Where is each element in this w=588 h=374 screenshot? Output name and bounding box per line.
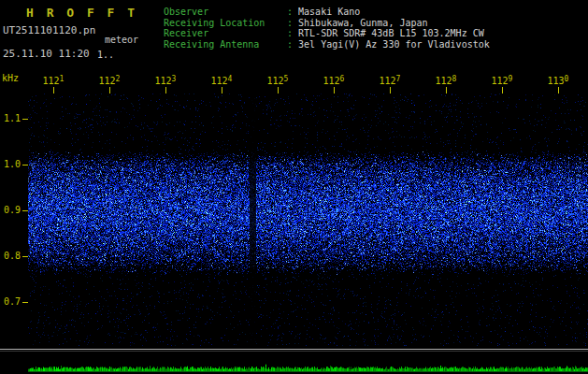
time-tick-label: 1130 [548,75,569,86]
info-colon: : [287,28,298,38]
info-label: Observer [164,7,287,18]
time-tick-mark [53,87,54,94]
info-value: RTL-SDR SDR# 43dB L15 103.2MHz CW [298,28,484,38]
freq-axis-unit: kHz [2,73,19,83]
freq-tick-label: 0.9 [4,205,21,215]
freq-tick-label: 1.1 [4,113,21,123]
time-tick-label: 1129 [492,75,513,86]
time-tick-mark [109,87,110,94]
spectrogram-canvas [28,94,588,346]
datetime-label: 25.11.10 11:20 [3,48,90,60]
time-tick-mark [446,87,447,94]
info-colon: : [287,18,298,28]
info-value: 3el Yagi(V) Az 330 for Vladivostok [298,39,490,50]
info-label: Receiver [164,28,287,39]
info-value: Masaki Kano [298,7,360,17]
file-counter: 1.. [97,50,114,60]
time-tick-label: 1126 [323,75,345,86]
station-info-row: Receiving Location: Shibukawa, Gunma, Ja… [164,18,490,29]
info-value: Shibukawa, Gunma, Japan [298,18,427,28]
info-colon: : [287,39,298,50]
time-tick-mark [558,87,559,94]
freq-tick-label: 0.8 [4,251,21,261]
time-tick-label: 1122 [99,75,121,86]
signal-level-canvas [0,348,588,374]
time-tick-label: 1125 [267,75,289,86]
time-tick-mark [502,87,503,94]
station-info-block: Observer: Masaki KanoReceiving Location:… [164,7,490,50]
info-colon: : [287,7,298,17]
time-tick-mark [165,87,166,94]
time-tick-label: 1127 [380,75,401,86]
hrofft-screen: H R O F F T UT2511101120.pn meteor 25.11… [0,0,588,374]
time-tick-mark [278,87,279,94]
time-tick-label: 1121 [43,75,65,86]
station-info-row: Receiving Antenna: 3el Yagi(V) Az 330 fo… [164,39,490,50]
time-tick-label: 1124 [211,75,233,86]
station-info-row: Receiver: RTL-SDR SDR# 43dB L15 103.2MHz… [164,28,490,39]
info-label: Receiving Antenna [164,39,287,50]
station-info-row: Observer: Masaki Kano [164,7,490,18]
time-tick-mark [390,87,391,94]
info-label: Receiving Location [164,18,287,29]
time-tick-mark [334,87,335,94]
mode-label: meteor [105,35,138,45]
output-filename: UT2511101120.pn [3,24,95,36]
time-tick-label: 1128 [436,75,457,86]
time-tick-mark [222,87,222,94]
freq-tick-label: 0.7 [4,296,21,307]
app-title: H R O F F T [26,6,137,20]
time-tick-label: 1123 [155,75,177,86]
freq-tick-label: 1.0 [4,159,21,169]
